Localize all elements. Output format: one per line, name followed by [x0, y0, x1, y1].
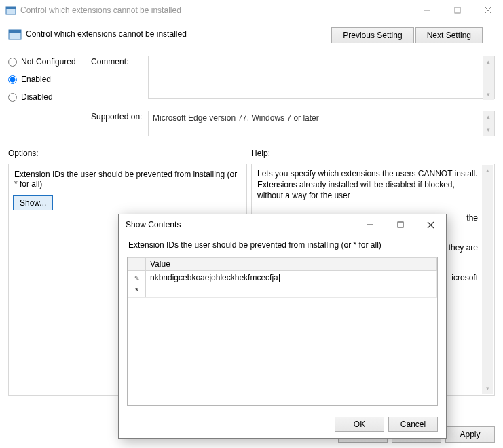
dialog-close-button[interactable] — [415, 214, 446, 235]
row-value-cell[interactable]: nkbndigcebkoaejohleckhekfmcecfja — [146, 271, 437, 284]
radio-label: Enabled — [21, 75, 51, 84]
heading-row: Control which extensions cannot be insta… — [8, 27, 495, 43]
previous-setting-button[interactable]: Previous Setting — [331, 27, 413, 43]
radio-enabled[interactable]: Enabled — [8, 75, 90, 84]
help-text: the — [466, 213, 478, 223]
row-marker: ✎ — [128, 271, 146, 284]
grid-header-marker — [128, 258, 146, 271]
text-caret — [279, 274, 280, 282]
radio-label: Not Configured — [21, 57, 76, 67]
apply-button[interactable]: Apply — [445, 426, 495, 443]
row-marker: * — [128, 284, 146, 298]
supported-on-value: Microsoft Edge version 77, Windows 7 or … — [148, 111, 495, 136]
pencil-icon: ✎ — [134, 275, 140, 282]
policy-icon — [8, 27, 22, 41]
svg-rect-9 — [398, 222, 403, 227]
dialog-cancel-button[interactable]: Cancel — [388, 417, 438, 432]
help-text: icrosoft — [451, 273, 478, 282]
radio-not-configured-input[interactable] — [8, 58, 17, 67]
row-value-input[interactable] — [150, 286, 432, 296]
table-row[interactable]: ✎ nkbndigcebkoaejohleckhekfmcecfja — [128, 271, 437, 284]
radio-not-configured[interactable]: Not Configured — [8, 57, 90, 67]
dialog-minimize-button[interactable] — [354, 214, 385, 235]
comment-input[interactable] — [148, 56, 495, 99]
row-value-cell[interactable] — [146, 284, 437, 298]
show-contents-dialog: Show Contents Extension IDs the user sho… — [118, 214, 447, 439]
radio-enabled-input[interactable] — [8, 75, 17, 84]
help-heading: Help: — [251, 149, 495, 158]
row-value[interactable]: nkbndigcebkoaejohleckhekfmcecfja — [150, 273, 278, 282]
maximize-button[interactable] — [442, 0, 472, 20]
svg-rect-1 — [6, 7, 16, 9]
options-heading: Options: — [8, 149, 247, 158]
dialog-ok-button[interactable]: OK — [335, 417, 384, 432]
svg-rect-3 — [455, 7, 460, 13]
dialog-title: Show Contents — [119, 220, 354, 229]
minimize-button[interactable] — [411, 0, 442, 20]
options-desc: Extension IDs the user should be prevent… — [13, 168, 242, 189]
scrollbar[interactable]: ▴▾ — [482, 165, 493, 394]
titlebar: Control which extensions cannot be insta… — [0, 0, 503, 20]
supported-on-label: Supported on: — [91, 111, 148, 136]
next-setting-button[interactable]: Next Setting — [415, 27, 483, 43]
window-title: Control which extensions cannot be insta… — [20, 5, 411, 15]
policy-icon — [5, 5, 16, 16]
page-title: Control which extensions cannot be insta… — [26, 29, 187, 39]
radio-disabled-input[interactable] — [8, 93, 17, 102]
show-button[interactable]: Show... — [13, 195, 53, 210]
new-row-icon: * — [135, 286, 138, 296]
value-grid[interactable]: Value ✎ nkbndigcebkoaejohleckhekfmcecfja… — [127, 257, 438, 406]
dialog-description: Extension IDs the user should be prevent… — [128, 240, 436, 250]
table-row[interactable]: * — [128, 284, 437, 298]
comment-label: Comment: — [91, 56, 148, 101]
radio-label: Disabled — [21, 92, 53, 102]
svg-rect-7 — [9, 30, 21, 33]
grid-header-value: Value — [146, 258, 437, 271]
close-button[interactable] — [472, 0, 503, 20]
dialog-maximize-button[interactable] — [385, 214, 415, 235]
scrollbar[interactable]: ▴▾ — [483, 111, 494, 136]
help-text: Lets you specify which extensions the us… — [257, 169, 478, 200]
radio-disabled[interactable]: Disabled — [8, 92, 90, 102]
scrollbar[interactable]: ▴▾ — [483, 56, 494, 100]
